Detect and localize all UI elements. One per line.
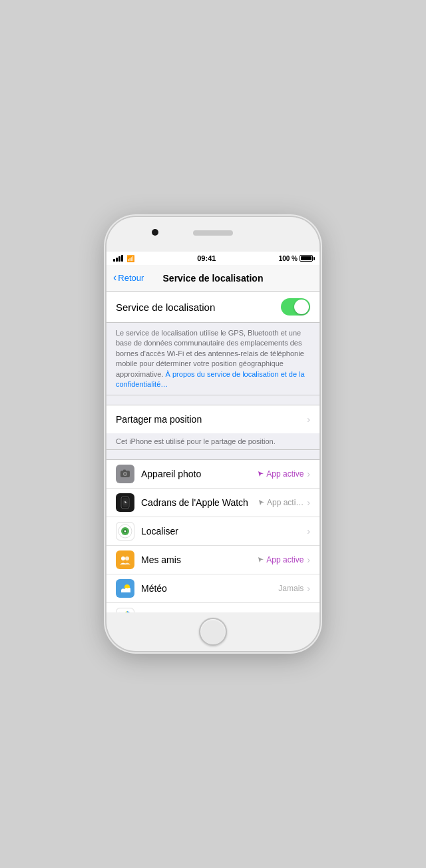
svg-rect-13 [118, 552, 132, 567]
list-item[interactable]: Mes amis App active › [106, 546, 320, 574]
weather-chevron-icon: › [307, 583, 310, 594]
camera-chevron-icon: › [307, 469, 310, 479]
description-text: Le service de localisation utilise le GP… [116, 328, 310, 389]
watch-app-name: Cadrans de l'Apple Watch [141, 497, 258, 508]
watch-location-icon [258, 499, 265, 506]
back-chevron-icon: ‹ [113, 272, 116, 283]
camera-status-text: App active [266, 469, 304, 479]
camera-app-status: App active [258, 469, 304, 479]
location-service-toggle[interactable] [281, 298, 310, 316]
apps-section: Appareil photo App active › [106, 459, 320, 612]
list-item[interactable]: Localiser › [106, 517, 320, 546]
friends-app-name: Mes amis [141, 554, 258, 565]
page-title: Service de localisation [163, 273, 264, 284]
status-left: 📶 [113, 255, 134, 262]
home-button[interactable] [199, 618, 227, 646]
phone-top [106, 217, 320, 252]
battery-fill [301, 256, 312, 260]
content-area: Service de localisation Le service de lo… [106, 292, 320, 612]
status-bar: 📶 09:41 100 % [106, 252, 320, 265]
description-section: Le service de localisation utilise le GP… [106, 323, 320, 395]
list-item[interactable]: Cadrans de l'Apple Watch App acti… › [106, 489, 320, 517]
share-position-row[interactable]: Partager ma position › [106, 405, 320, 433]
weather-app-status: Jamais [278, 584, 304, 593]
friends-chevron-icon: › [307, 554, 310, 565]
bar4 [121, 255, 123, 262]
status-right: 100 % [279, 255, 313, 262]
camera-app-icon [116, 465, 134, 483]
find-app-name: Localiser [141, 526, 304, 537]
share-position-note: Cet iPhone est utilisé pour le partage d… [106, 433, 320, 450]
share-position-label: Partager ma position [116, 414, 304, 425]
back-label: Retour [118, 273, 144, 283]
svg-point-12 [124, 531, 126, 533]
list-item[interactable]: Plans › [106, 603, 320, 612]
maps-app-icon [116, 608, 134, 612]
find-chevron-icon: › [307, 526, 310, 537]
toggle-knob [294, 300, 309, 314]
find-app-icon [116, 522, 134, 541]
weather-app-icon [116, 579, 134, 598]
list-item[interactable]: Météo Jamais › [106, 574, 320, 603]
signal-icon [113, 255, 123, 262]
friends-app-icon [116, 550, 134, 569]
camera-app-name: Appareil photo [141, 469, 258, 479]
weather-app-name: Météo [141, 583, 278, 594]
bar3 [118, 256, 120, 262]
location-toggle-row: Service de localisation [106, 292, 320, 322]
phone-bottom [106, 612, 320, 651]
svg-point-2 [124, 473, 126, 475]
weather-status-text: Jamais [278, 584, 304, 593]
share-position-section: Partager ma position › [106, 405, 320, 433]
svg-point-14 [121, 556, 125, 560]
friends-location-icon [258, 556, 264, 563]
nav-bar: ‹ Retour Service de localisation [106, 265, 320, 292]
list-item[interactable]: Appareil photo App active › [106, 460, 320, 489]
phone-screen: 📶 09:41 100 % ‹ Retour Service de locali… [106, 252, 320, 612]
friends-app-status: App active [258, 555, 304, 564]
wifi-icon: 📶 [126, 255, 134, 262]
watch-status-text: App acti… [267, 498, 304, 507]
watch-chevron-icon: › [307, 497, 310, 508]
bar1 [113, 259, 115, 262]
friends-status-text: App active [266, 555, 304, 564]
svg-rect-3 [123, 470, 126, 471]
speaker [193, 230, 233, 236]
battery-percent: 100 % [279, 255, 298, 262]
back-button[interactable]: ‹ Retour [113, 273, 144, 283]
camera-location-icon [258, 471, 264, 477]
share-position-chevron-icon: › [307, 414, 310, 425]
watch-app-status: App acti… [258, 498, 304, 507]
phone-frame: 📶 09:41 100 % ‹ Retour Service de locali… [106, 217, 320, 651]
location-service-section: Service de localisation [106, 292, 320, 323]
location-service-label: Service de localisation [116, 302, 215, 313]
svg-point-15 [125, 556, 129, 560]
watch-app-icon [116, 493, 134, 512]
front-camera [152, 229, 158, 236]
clock: 09:41 [197, 254, 216, 262]
battery-icon [300, 255, 313, 262]
bar2 [116, 258, 118, 262]
